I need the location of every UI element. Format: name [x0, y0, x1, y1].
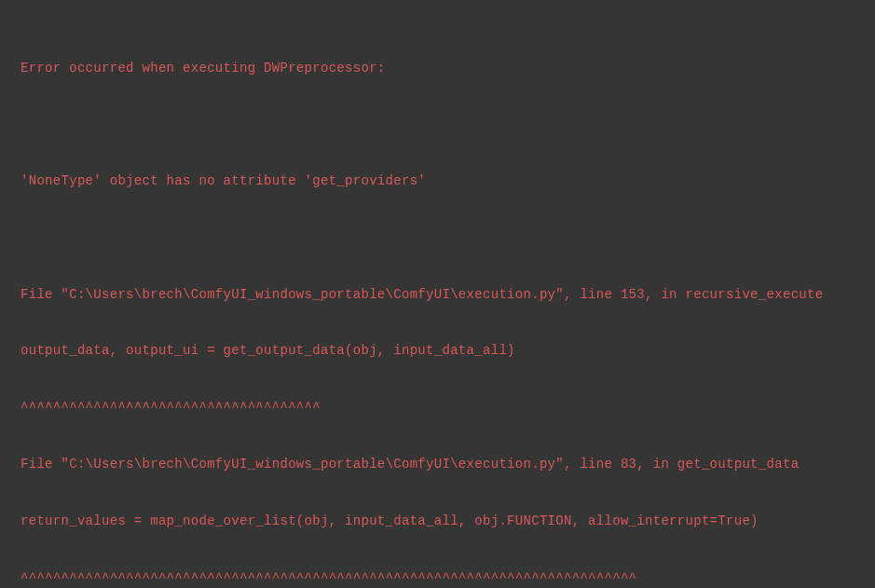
- traceback-frame-carets: ^^^^^^^^^^^^^^^^^^^^^^^^^^^^^^^^^^^^^^^^…: [21, 568, 854, 587]
- error-message: 'NoneType' object has no attribute 'get_…: [21, 171, 854, 190]
- traceback-frame-code: return_values = map_node_over_list(obj, …: [21, 512, 854, 530]
- error-header: Error occurred when executing DWPreproce…: [21, 59, 854, 77]
- traceback-frame-file: File "C:\Users\brech\ComfyUI_windows_por…: [21, 455, 854, 473]
- traceback-frame-carets: ^^^^^^^^^^^^^^^^^^^^^^^^^^^^^^^^^^^^^: [21, 398, 854, 417]
- traceback-frame-file: File "C:\Users\brech\ComfyUI_windows_por…: [21, 285, 854, 304]
- traceback-frame-code: output_data, output_ui = get_output_data…: [21, 341, 854, 360]
- error-traceback: Error occurred when executing DWPreproce…: [21, 21, 854, 588]
